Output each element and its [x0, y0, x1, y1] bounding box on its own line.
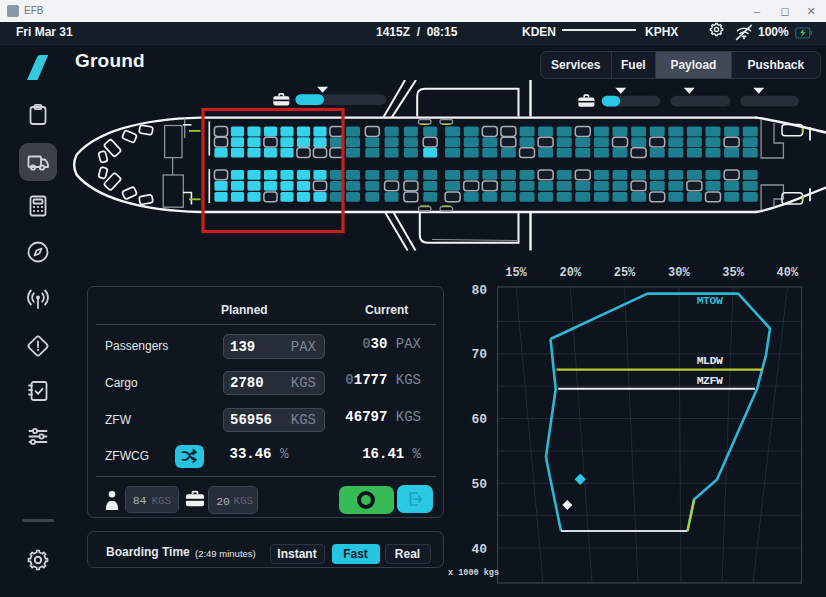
svg-text:35%: 35%: [722, 266, 744, 280]
svg-text:MZFW: MZFW: [697, 374, 723, 387]
svg-text:MTOW: MTOW: [697, 294, 723, 307]
svg-text:15%: 15%: [505, 266, 527, 280]
svg-text:25%: 25%: [614, 266, 636, 280]
svg-text:30%: 30%: [668, 266, 690, 280]
svg-text:x 1000 kgs: x 1000 kgs: [448, 568, 499, 578]
svg-text:60: 60: [471, 412, 487, 427]
svg-text:80: 80: [471, 283, 487, 298]
svg-text:50: 50: [471, 477, 487, 492]
svg-text:40: 40: [471, 542, 487, 557]
svg-text:20%: 20%: [559, 266, 581, 280]
svg-text:MLDW: MLDW: [697, 354, 723, 367]
svg-text:40%: 40%: [777, 266, 799, 280]
svg-text:70: 70: [471, 347, 487, 362]
